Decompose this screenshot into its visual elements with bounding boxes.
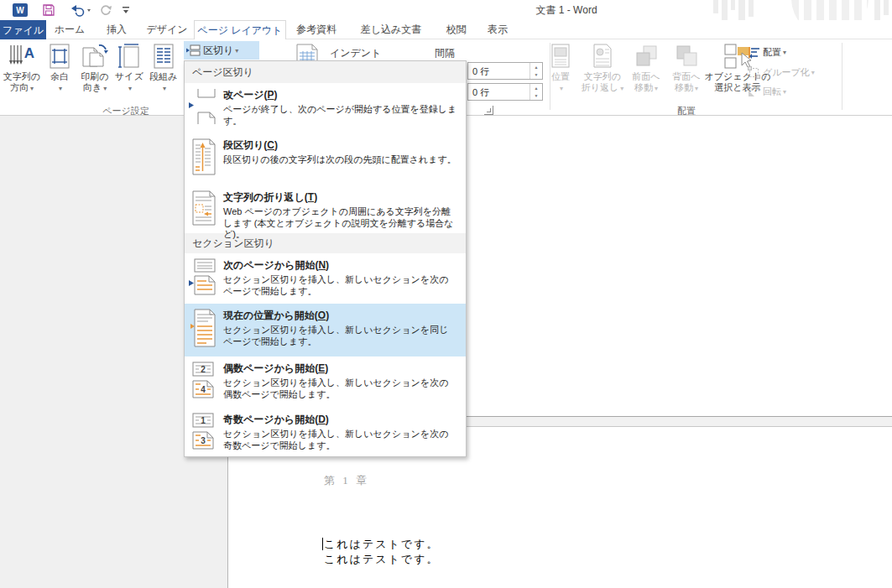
dropdown-arrow-icon: ▾ <box>655 85 658 92</box>
body-line[interactable]: これはテストです。 <box>324 552 439 567</box>
body-text: これはテストです。 これはテストです。 <box>324 537 439 567</box>
rotate-icon <box>747 86 760 98</box>
svg-text:A: A <box>24 45 34 61</box>
wrap-text-button[interactable]: 文字列の 折り返し▾ <box>579 41 626 101</box>
breaks-dropdown-menu: ページ区切り 改ページ(P) ページが終了し、次のページが開始する位置を登録しま… <box>184 60 467 457</box>
dropdown-arrow-icon: ▾ <box>103 85 107 92</box>
size-button[interactable]: サイズ ▾ <box>114 41 144 101</box>
align-button[interactable]: 配置 ▾ <box>747 44 786 60</box>
dropdown-arrow-icon: ▾ <box>811 69 815 76</box>
dropdown-arrow-icon: ▾ <box>783 49 786 56</box>
group-button[interactable]: グループ化 ▾ <box>747 65 815 80</box>
odd-page-section-icon: 13 <box>185 408 223 457</box>
svg-text:1: 1 <box>201 416 206 425</box>
ribbon-tab-row: ファイル ホーム 挿入 デザイン ページ レイアウト 参考資料 差し込み文書 校… <box>0 20 892 39</box>
spin-up-icon[interactable]: ▲ <box>530 84 542 92</box>
indent-label: インデント <box>330 46 381 60</box>
spin-up-icon[interactable]: ▲ <box>530 63 542 71</box>
rotate-button[interactable]: 回転 ▾ <box>747 84 786 99</box>
margins-icon <box>47 41 72 71</box>
menu-item-even-page[interactable]: 24 偶数ページから開始(E) セクション区切りを挿入し、新しいセクションを次の… <box>185 356 466 408</box>
window-title: 文書 1 - Word <box>483 3 650 18</box>
word-app-icon[interactable]: W <box>12 3 29 18</box>
menu-item-text-wrapping[interactable]: 文字列の折り返し(T) Web ページのオブジェクトの周囲にある文字列を分離しま… <box>185 185 466 233</box>
align-icon <box>747 46 760 59</box>
text-cursor <box>322 538 323 550</box>
next-page-section-icon <box>185 253 223 304</box>
dropdown-arrow-icon: ▾ <box>128 85 132 92</box>
orientation-button[interactable]: 印刷の 向き▾ <box>77 41 112 101</box>
breaks-button[interactable]: 区切り ▾ <box>184 41 259 60</box>
menu-item-column-break[interactable]: 段区切り(C) 段区切りの後の文字列は次の段の先頭に配置されます。 <box>185 133 466 185</box>
even-page-section-icon: 24 <box>185 356 223 408</box>
send-backward-icon <box>674 41 699 71</box>
spacing-label: 間隔 <box>435 46 455 60</box>
size-icon <box>117 41 142 71</box>
customize-qat-icon[interactable] <box>120 3 132 18</box>
menu-item-continuous[interactable]: 現在の位置から開始(O) セクション区切りを挿入し、新しいセクションを同じページ… <box>185 304 466 356</box>
undo-icon[interactable] <box>69 3 94 18</box>
bring-forward-icon <box>634 41 659 71</box>
dropdown-arrow-icon: ▾ <box>235 47 238 55</box>
spin-down-icon[interactable]: ▼ <box>530 71 542 80</box>
spacing-after-value[interactable]: 0 行 <box>468 84 529 100</box>
dropdown-arrow-icon: ▾ <box>163 85 166 92</box>
paragraph-dialog-launcher-icon[interactable] <box>484 106 493 115</box>
page-break-icon <box>185 83 223 133</box>
save-icon[interactable] <box>40 3 57 18</box>
wrap-text-icon <box>592 41 613 71</box>
orientation-icon <box>81 41 109 71</box>
tab-home[interactable]: ホーム <box>46 20 93 39</box>
continuous-section-icon <box>185 304 223 356</box>
position-icon <box>550 41 571 71</box>
margins-button[interactable]: 余白 ▾ <box>44 41 76 101</box>
dropdown-arrow-icon: ▾ <box>695 85 698 92</box>
spacing-after-field[interactable]: 0 行 ▲▼ <box>467 83 543 101</box>
tab-page-layout[interactable]: ページ レイアウト <box>194 20 286 40</box>
column-break-icon <box>185 133 223 185</box>
group-separator <box>842 43 842 110</box>
text-direction-button[interactable]: A 文字列の 方向▾ <box>2 41 42 101</box>
bring-forward-button[interactable]: 前面へ 移動▾ <box>626 41 666 101</box>
tab-insert[interactable]: 挿入 <box>93 20 140 39</box>
svg-text:3: 3 <box>201 436 206 445</box>
tab-file[interactable]: ファイル <box>0 20 46 40</box>
tab-view[interactable]: 表示 <box>477 20 518 39</box>
svg-text:4: 4 <box>201 385 206 394</box>
svg-text:W: W <box>16 6 24 15</box>
spacing-before-field[interactable]: 0 行 ▲▼ <box>467 62 543 80</box>
breaks-icon <box>186 44 201 57</box>
tab-mailings[interactable]: 差し込み文書 <box>347 20 436 39</box>
spacing-before-value[interactable]: 0 行 <box>468 63 529 79</box>
body-line[interactable]: これはテストです。 <box>324 537 439 552</box>
text-direction-icon: A <box>8 41 36 71</box>
group-objects-icon <box>747 66 760 79</box>
dropdown-arrow-icon: ▾ <box>59 85 62 92</box>
spin-down-icon[interactable]: ▼ <box>530 92 542 101</box>
dropdown-arrow-icon: ▾ <box>30 85 34 92</box>
send-backward-button[interactable]: 背面へ 移動▾ <box>666 41 707 101</box>
word-window: W 文書 1 - Word ファイル ホーム 挿入 デザイン ページ レイアウト… <box>0 0 892 588</box>
menu-item-odd-page[interactable]: 13 奇数ページから開始(D) セクション区切りを挿入し、新しいセクションを次の… <box>185 408 466 457</box>
dropdown-arrow-icon: ▾ <box>620 85 623 92</box>
svg-text:2: 2 <box>201 365 206 374</box>
redo-icon[interactable] <box>97 3 114 18</box>
chapter-heading[interactable]: 第 1 章 <box>324 473 369 488</box>
tab-design[interactable]: デザイン <box>140 20 194 39</box>
menu-section-page-breaks: ページ区切り <box>185 61 466 83</box>
tab-references[interactable]: 参考資料 <box>286 20 347 39</box>
menu-item-page-break[interactable]: 改ページ(P) ページが終了し、次のページが開始する位置を登録します。 <box>185 83 466 133</box>
position-button[interactable]: 位置 ▾ <box>545 41 576 101</box>
tab-review[interactable]: 校閲 <box>436 20 477 39</box>
dropdown-arrow-icon: ▾ <box>560 85 563 92</box>
dropdown-arrow-icon: ▾ <box>783 88 786 96</box>
title-bar: W 文書 1 - Word <box>0 0 892 20</box>
columns-icon <box>151 41 176 71</box>
columns-button[interactable]: 段組み ▾ <box>146 41 181 101</box>
text-wrapping-icon <box>185 185 223 233</box>
menu-item-next-page[interactable]: 次のページから開始(N) セクション区切りを挿入し、新しいセクションを次のページ… <box>185 253 466 304</box>
